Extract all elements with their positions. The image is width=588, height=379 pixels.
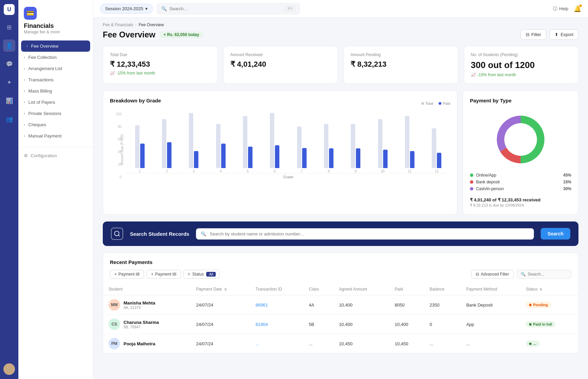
notification-icon[interactable]: 🔔	[574, 5, 581, 13]
legend-name: Online/App	[476, 173, 563, 178]
col-agreed-amount: Agreed Amount	[333, 283, 389, 295]
notification-dot	[579, 4, 582, 7]
cell-date: 24/07/24	[191, 315, 250, 334]
bar-total	[297, 127, 301, 168]
sidebar-item-fee-overview[interactable]: › Fee Overview	[21, 40, 90, 52]
session-label: Session 2024-2025	[105, 6, 143, 11]
filter-icon: ⊟	[476, 272, 479, 277]
search-student-button[interactable]: Search	[541, 228, 570, 240]
transaction-link[interactable]: 86961	[256, 302, 268, 308]
nav-icon-grid[interactable]: ⊞	[3, 21, 15, 33]
advanced-filter-label: Advanced Filter	[481, 272, 509, 277]
global-search[interactable]: 🔍 ⌘K	[157, 3, 300, 14]
payment-till-2-button[interactable]: + Payment till	[147, 270, 181, 279]
left-nav-header: 💳 Financials Manage fee & more	[18, 0, 93, 38]
trend-icon: 📈	[471, 72, 476, 77]
bar-paid	[329, 148, 333, 168]
recent-payments-header: Recent Payments + Payment till + Payment…	[103, 253, 578, 279]
sidebar-item-arrangement-list[interactable]: › Arrangement List	[18, 63, 93, 74]
donut-received: ₹ 4,01,240 of ₹ 12,33,453 received	[470, 197, 571, 202]
bar-group-1: 1	[126, 125, 153, 173]
page-area: Fee & Financials › Fee Overview Fee Over…	[93, 18, 588, 379]
cell-payment-method: App	[461, 315, 520, 334]
bar-group-5: 5	[234, 116, 261, 173]
student-id: 5B, 75947	[124, 325, 159, 329]
search-student-icon	[111, 228, 123, 240]
payment-till-1-button[interactable]: + Payment till	[110, 270, 144, 279]
nav-icon-people[interactable]: 👥	[3, 113, 15, 125]
svg-point-0	[115, 231, 119, 236]
sort-icon[interactable]: ⇅	[224, 288, 227, 291]
bar-paid	[302, 148, 307, 168]
bar-group-4: 4	[207, 124, 234, 173]
status-filter-tag[interactable]: ✕ Status All	[183, 270, 219, 279]
session-selector[interactable]: Session 2024-2025 ▾	[100, 4, 153, 14]
status-badge: Pending	[526, 302, 551, 308]
nav-icon-star[interactable]: ✦	[3, 76, 15, 88]
search-student-input[interactable]	[210, 231, 529, 236]
legend-pct: 15%	[563, 180, 571, 184]
stat-amount-received: Amount Received ₹ 4,01,240	[223, 46, 338, 84]
help-button[interactable]: ⓘ Help	[553, 6, 568, 12]
legend-row: Online/App45%	[470, 173, 571, 178]
header-actions: ⊟ Filter ⬆ Export	[521, 29, 578, 40]
export-label: Export	[560, 32, 573, 37]
stats-row: Total Due ₹ 12,33,453 📈 -15% from last m…	[103, 46, 578, 84]
stat-change: 📈 -15% from last month	[110, 71, 211, 76]
close-icon[interactable]: ✕	[187, 272, 191, 277]
donut-segment-Cash-in-person	[497, 116, 521, 151]
sidebar-item-fee-collection[interactable]: › Fee Collection	[18, 52, 93, 63]
cell-transaction: ...	[250, 334, 304, 353]
user-avatar[interactable]	[3, 363, 15, 375]
sidebar-item-transactions[interactable]: › Transactions	[18, 74, 93, 85]
chevron-icon: ›	[27, 44, 28, 48]
sidebar-item-manual-payment[interactable]: › Manual Payment	[18, 130, 93, 142]
bar-total	[243, 116, 247, 168]
table-search[interactable]: 🔍	[517, 270, 571, 279]
nav-icon-chat[interactable]: 💬	[3, 58, 15, 70]
global-search-input[interactable]	[169, 6, 282, 11]
table-search-input[interactable]	[528, 272, 578, 277]
charts-row: Breakdown by Grade Total Paid Amount Due…	[103, 90, 578, 215]
chevron-icon: ›	[24, 67, 25, 70]
bar-total	[270, 113, 274, 168]
bar-group-7: 7	[288, 127, 315, 173]
sidebar-item-mass-billing[interactable]: › Mass Billing	[18, 85, 93, 97]
app-logo[interactable]: U	[4, 4, 15, 15]
advanced-filter-button[interactable]: ⊟ Advanced Filter	[471, 270, 513, 279]
table-row: PM Pooja Malhotra 24/07/24......10,45010…	[103, 334, 578, 353]
sort-icon[interactable]: ⇅	[540, 288, 542, 291]
chevron-icon: ›	[24, 134, 25, 138]
sidebar-item-configuration[interactable]: ⚙ Configuration	[18, 150, 93, 161]
payments-table-body: MM Manisha Mehta 4A, 21373 24/07/2486961…	[103, 295, 578, 353]
transaction-link[interactable]: 81904	[256, 322, 268, 327]
recent-payments-title: Recent Payments	[110, 259, 571, 265]
transaction-link[interactable]: ...	[256, 341, 259, 346]
sidebar-item-list-of-payers[interactable]: › List of Payers	[18, 97, 93, 108]
search-student-input-wrap[interactable]: 🔍	[196, 228, 534, 240]
nav-icon-user[interactable]: 👤	[3, 39, 15, 52]
cell-class: 5B	[304, 315, 334, 334]
bar-paid	[410, 151, 414, 168]
chevron-icon: ›	[24, 112, 25, 115]
bar-grade-label: 8	[328, 169, 330, 173]
bar-grade-label: 6	[274, 169, 276, 173]
col-status: Status ⇅	[520, 283, 578, 295]
sidebar-item-private-sessions[interactable]: › Private Sessions	[18, 108, 93, 119]
cell-agreed-amount: 10,400	[333, 315, 389, 334]
gear-icon: ⚙	[24, 153, 28, 158]
legend-pct: 45%	[563, 173, 571, 178]
sidebar-item-label: Mass Billing	[28, 88, 52, 94]
bar-grade-label: 11	[408, 169, 411, 173]
status-all-badge: All	[206, 272, 216, 277]
student-avatar: PM	[109, 338, 120, 349]
student-avatar: CS	[109, 318, 120, 330]
sidebar-item-cheques[interactable]: › Cheques	[18, 119, 93, 130]
filter-button[interactable]: ⊟ Filter	[521, 29, 546, 40]
nav-icon-reports[interactable]: 📊	[3, 95, 15, 107]
donut-chart-title: Payment by Type	[470, 98, 571, 103]
donut-segment-Online-App	[521, 116, 544, 163]
export-button[interactable]: ⬆ Export	[550, 29, 578, 40]
breadcrumb-parent[interactable]: Fee & Financials	[103, 22, 133, 27]
legend-color-dot	[470, 187, 473, 191]
